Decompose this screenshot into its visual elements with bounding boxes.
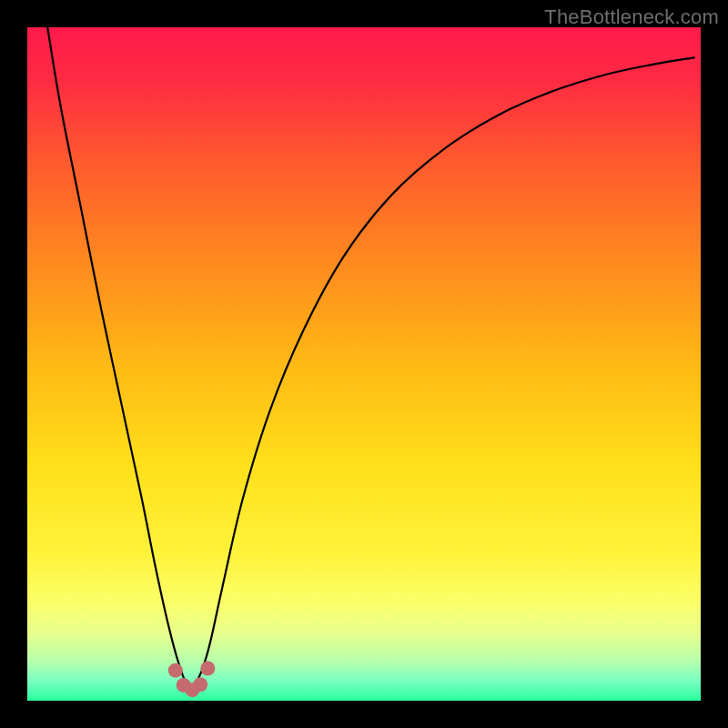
marker-dot: [168, 663, 183, 678]
chart-frame: [27, 27, 701, 701]
marker-dot: [193, 677, 207, 692]
bottleneck-chart: [27, 27, 701, 701]
watermark-text: TheBottleneck.com: [544, 5, 719, 29]
marker-dot: [200, 661, 215, 675]
gradient-background: [27, 27, 701, 701]
